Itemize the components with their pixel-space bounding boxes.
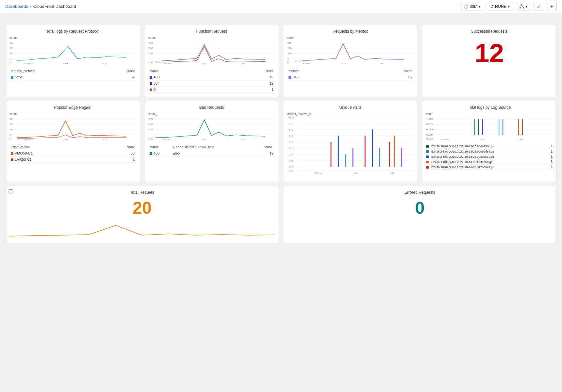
svg-text:5.0: 5.0	[289, 128, 293, 131]
log-source-label-1: E24J6LPK89QUL0.2022-10-13-23.94db250d.gz	[431, 145, 494, 148]
log-source-name-5: E24J6LPK89QUL0.2022-10-14-00.d77b80e2.gz	[426, 166, 494, 169]
chart-bad: count_ 7.5 5.0 2.5 0.0 23:50 :00 :10	[148, 112, 275, 142]
svg-text:10: 10	[9, 128, 13, 131]
none-button[interactable]: ↺ NONE ▾	[487, 3, 513, 10]
table-row: GET 32	[287, 74, 414, 80]
log-source-count-2: 1	[551, 150, 553, 153]
panel-total-logs-protocol: Total logs by Request Protocol count 20 …	[5, 25, 140, 97]
log-source-name-4: E24J6LPK89QUL0.2022-10-14-00.f62f2a88.gz	[426, 160, 492, 164]
topology-button[interactable]: ▾	[516, 3, 531, 10]
svg-text:0.2: 0.2	[289, 170, 293, 172]
svg-text::10: :10	[102, 63, 107, 64]
time-range-button[interactable]: 🕐 30M ▾	[460, 3, 484, 10]
chart-function: count 7.5 5.0 2.5 0.0 23:50 :00 :	[148, 36, 275, 66]
y-label-method: count	[287, 36, 294, 40]
svg-point-0	[521, 4, 522, 6]
svg-text:7.5: 7.5	[148, 41, 153, 44]
svg-text:2.5: 2.5	[148, 128, 153, 131]
svg-point-2	[523, 7, 524, 8]
table-row: PMO50-C1 30	[9, 150, 136, 156]
table-row: 403 Error 19	[148, 150, 275, 156]
chevron-down-icon: ▾	[479, 4, 481, 9]
svg-text::10: :10	[102, 139, 107, 140]
table-method: method count GET 32	[287, 68, 414, 80]
chart-edge: count 20 15 10 5 0 23:50 :00	[9, 112, 136, 142]
log-source-label-2: E24J6LPK89QUL0.2022-10-13-23.00e56d64.gz	[431, 150, 494, 153]
table-row: 0 1	[148, 87, 275, 93]
row-1: Total logs by Request Protocol count 20 …	[5, 25, 557, 97]
fullscreen-button[interactable]: ⤢	[534, 3, 544, 10]
svg-text::10: :10	[389, 172, 394, 174]
svg-text:7.5: 7.5	[148, 118, 153, 120]
svg-text::10: :10	[380, 63, 384, 64]
svg-text:20: 20	[9, 41, 13, 44]
count-304: 12	[217, 80, 275, 87]
svg-line-4	[522, 6, 523, 7]
svg-text:5: 5	[9, 57, 11, 60]
col-header-bad-result: x_edge_detailed_result_type	[171, 144, 252, 150]
protocol-label: https	[9, 74, 100, 80]
log-source-label-3: E24J6LPK89QUL0.2022-10-13-23.30aa851e.gz	[431, 155, 494, 158]
page-title: CloudFront Dashboard	[33, 4, 76, 9]
table-row: 403 19	[148, 74, 275, 80]
svg-text:3.0: 3.0	[289, 135, 293, 137]
header-controls: 🕐 30M ▾ ↺ NONE ▾ ▾ ⤢ +	[460, 2, 557, 11]
svg-line-3	[520, 6, 522, 7]
panel-title-method: Requests by Method	[287, 29, 414, 34]
svg-text:20: 20	[287, 41, 291, 44]
breadcrumb-parent[interactable]: Dashboards	[5, 4, 28, 9]
refresh-icon: ↺	[490, 4, 494, 9]
log-source-name-2: E24J6LPK89QUL0.2022-10-13-23.00e56d64.gz	[426, 150, 494, 153]
panel-edge-region: Popular Edge Region count 20 15 10 5 0	[5, 101, 140, 182]
log-source-count-1: 1	[551, 144, 553, 148]
errored-requests-value: 0	[287, 198, 553, 218]
count-lhr50: 2	[98, 156, 136, 163]
svg-text:23:50: 23:50	[163, 63, 172, 64]
svg-text:0.0: 0.0	[148, 61, 153, 64]
none-label: NONE	[495, 4, 506, 9]
count-0: 1	[217, 87, 275, 93]
col-header-protocol: request_protocol	[9, 68, 100, 74]
loading-spinner	[8, 189, 13, 194]
add-button[interactable]: +	[547, 2, 557, 11]
log-source-name-3: E24J6LPK89QUL0.2022-10-13-23.30aa851e.gz	[426, 155, 494, 158]
panel-log-source: Total logs by Log Source coun 1.00 0.75 …	[422, 101, 557, 182]
chart-svg-log-source: 1.00 0.75 0.50 0.25 0.00 23:50 :00 :10	[426, 116, 553, 140]
log-source-count-5: 1	[551, 165, 553, 169]
panel-bad-requests: Bad Requests count_ 7.5 5.0 2.5 0.0 23:5…	[144, 101, 279, 182]
clock-icon: 🕐	[464, 4, 469, 9]
svg-text::00: :00	[341, 63, 345, 64]
topology-icon	[520, 4, 524, 9]
panel-title-function: Function Request	[148, 29, 275, 34]
svg-text:5.0: 5.0	[148, 123, 153, 125]
count-pmo50: 30	[98, 150, 136, 156]
svg-text:0.3: 0.3	[289, 166, 293, 168]
panel-title-errored: Errored Requests	[287, 190, 553, 195]
protocol-count: 32	[100, 74, 136, 80]
panel-title-total-req: Total Requets	[9, 190, 275, 195]
edge-lhr50: LHR50-C1	[9, 156, 98, 163]
table-row: 304 12	[148, 80, 275, 87]
chart-svg-edge: 20 15 10 5 0 23:50 :00 :10	[9, 116, 136, 140]
col-header-count-fn: count	[217, 68, 275, 74]
time-range-label: 30M	[470, 4, 477, 9]
svg-text::00: :00	[202, 63, 207, 64]
svg-text:23:50: 23:50	[24, 139, 33, 140]
count-403: 19	[217, 74, 275, 80]
svg-text::00: :00	[202, 139, 207, 140]
svg-text:0.75: 0.75	[426, 123, 433, 125]
main-content: Total logs by Request Protocol count 20 …	[0, 13, 562, 252]
panel-successful-requests: Successful Requests 12	[422, 25, 557, 97]
svg-text:20: 20	[9, 118, 13, 120]
chart-svg-function: 7.5 5.0 2.5 0.0 23:50 :00 :10	[148, 40, 275, 64]
svg-text:10.0: 10.0	[287, 116, 294, 119]
svg-text:2.5: 2.5	[148, 52, 153, 55]
chevron-down-icon-3: ▾	[525, 4, 527, 9]
chart-log-source: coun 1.00 0.75 0.50 0.25 0.00	[426, 112, 553, 142]
svg-text:7.0: 7.0	[289, 122, 293, 125]
row-2: Popular Edge Region count 20 15 10 5 0	[5, 101, 557, 182]
svg-text::10: :10	[519, 139, 523, 140]
col-header-status: status	[148, 68, 217, 74]
svg-text:0.5: 0.5	[289, 159, 293, 162]
panel-errored-requests: Errored Requests 0	[283, 186, 557, 243]
